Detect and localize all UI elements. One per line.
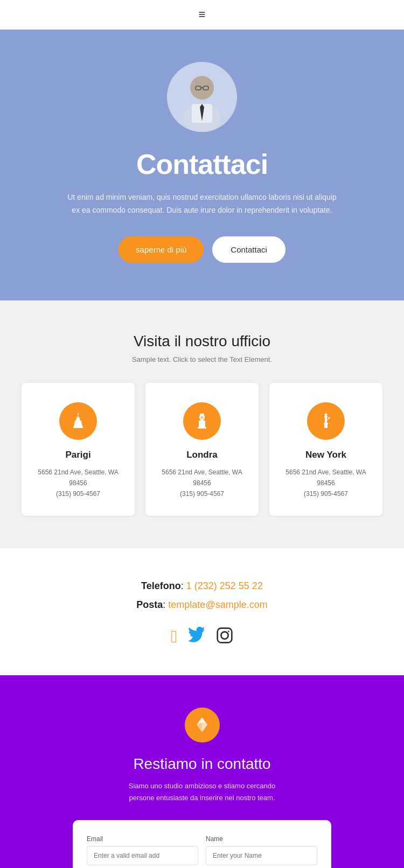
hero-section: Contattaci Ut enim ad minim veniam, quis…: [0, 30, 404, 300]
svg-rect-22: [325, 418, 327, 423]
office-card-london: Londra 5656 21nd Ave, Seattle, WA 98456 …: [145, 383, 259, 516]
contact-form: Email Name Message Invia: [73, 820, 331, 868]
form-title: Restiamo in contatto: [16, 755, 388, 773]
form-row-1: Email Name: [87, 835, 317, 865]
learn-more-button[interactable]: saperne di più: [119, 236, 204, 263]
paris-icon: [59, 402, 97, 440]
svg-line-28: [327, 418, 329, 420]
hero-description: Ut enim ad minim veniam, quis nostrud ex…: [67, 191, 337, 217]
email-input[interactable]: [87, 846, 198, 865]
email-label: Email: [87, 835, 198, 843]
paris-city-name: Parigi: [32, 450, 124, 460]
london-city-name: Londra: [156, 450, 248, 460]
instagram-icon[interactable]: [216, 627, 233, 648]
newyork-address: 5656 21nd Ave, Seattle, WA 98456 (315) 9…: [280, 467, 372, 500]
hero-buttons: saperne di più Contattaci: [32, 236, 372, 263]
office-subtitle: Sample text. Click to select the Text El…: [22, 355, 382, 363]
svg-point-21: [324, 415, 328, 418]
name-label: Name: [206, 835, 317, 843]
form-section: Restiamo in contatto Siamo uno studio am…: [0, 675, 404, 868]
svg-rect-16: [199, 421, 205, 428]
email-link[interactable]: template@sample.com: [168, 599, 267, 610]
form-description: Siamo uno studio ambizioso e stiamo cerc…: [127, 780, 277, 804]
office-section: Visita il nostro ufficio Sample text. Cl…: [0, 300, 404, 548]
phone-link[interactable]: 1 (232) 252 55 22: [186, 580, 263, 591]
social-icons: : [22, 627, 382, 648]
svg-rect-30: [218, 628, 232, 642]
office-card-newyork: New York 5656 21nd Ave, Seattle, WA 9845…: [269, 383, 382, 516]
name-input[interactable]: [206, 846, 317, 865]
svg-point-32: [228, 631, 229, 632]
menu-icon[interactable]: ≡: [199, 8, 206, 22]
svg-rect-24: [324, 424, 328, 428]
form-logo-icon: [185, 708, 220, 743]
email-line: Posta: template@sample.com: [22, 599, 382, 611]
header: ≡: [0, 0, 404, 30]
svg-point-29: [329, 417, 330, 418]
office-title: Visita il nostro ufficio: [22, 333, 382, 350]
contact-info-section: Telefono: 1 (232) 252 55 22 Posta: templ…: [0, 548, 404, 675]
svg-point-31: [221, 632, 228, 639]
london-address: 5656 21nd Ave, Seattle, WA 98456 (315) 9…: [156, 467, 248, 500]
office-card-paris: Parigi 5656 21nd Ave, Seattle, WA 98456 …: [22, 383, 135, 516]
paris-address: 5656 21nd Ave, Seattle, WA 98456 (315) 9…: [32, 467, 124, 500]
contact-button[interactable]: Contattaci: [212, 236, 285, 263]
svg-rect-17: [198, 427, 206, 429]
newyork-icon: [307, 402, 345, 440]
name-group: Name: [206, 835, 317, 865]
avatar: [167, 62, 237, 132]
office-cards: Parigi 5656 21nd Ave, Seattle, WA 98456 …: [22, 383, 382, 516]
email-group: Email: [87, 835, 198, 865]
svg-rect-13: [200, 414, 204, 416]
facebook-icon[interactable]: : [171, 627, 177, 648]
svg-rect-23: [324, 423, 328, 424]
newyork-city-name: New York: [280, 450, 372, 460]
hero-title: Contattaci: [32, 148, 372, 180]
twitter-icon[interactable]: [188, 627, 205, 648]
london-icon: [183, 402, 221, 440]
phone-line: Telefono: 1 (232) 252 55 22: [22, 580, 382, 592]
